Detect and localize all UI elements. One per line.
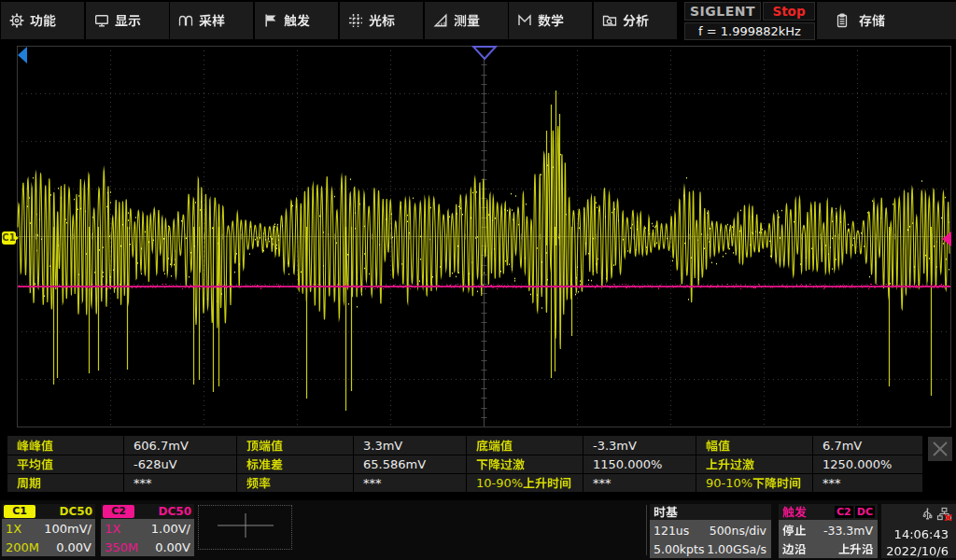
channel1-header: C1 DC50 bbox=[2, 504, 95, 519]
measure-value: *** bbox=[354, 474, 466, 492]
channel2-coupling: DC50 bbox=[159, 505, 191, 518]
display-icon bbox=[94, 13, 109, 28]
gear-icon bbox=[9, 13, 24, 28]
menu-item-display[interactable] bbox=[86, 2, 169, 39]
measure-icon bbox=[433, 13, 448, 28]
menu-item-label bbox=[115, 13, 141, 28]
measure-value: -628uV bbox=[124, 455, 236, 473]
menu-item-label bbox=[454, 13, 480, 28]
menu-item-sampling[interactable] bbox=[170, 2, 253, 39]
brand-logo: SIGLENT bbox=[684, 2, 761, 21]
menu-item-label bbox=[538, 13, 564, 28]
measure-value: 6.7mV bbox=[813, 436, 922, 455]
channel1-bandwidth: 200M bbox=[6, 540, 39, 554]
channel2-status-block[interactable]: C2 DC50 1X 1.00V/ 350M 0.00V bbox=[101, 504, 194, 556]
clock-block: 14:06:43 2022/10/6 bbox=[881, 504, 956, 558]
menu-item-cursor[interactable] bbox=[340, 2, 423, 39]
measure-value: *** bbox=[583, 474, 696, 492]
channel2-attenuation: 1X bbox=[105, 522, 120, 536]
trigger-status bbox=[782, 524, 806, 538]
add-channel-box[interactable] bbox=[198, 505, 292, 550]
channel1-scale: 100mV/ bbox=[44, 522, 91, 536]
bottom-status-bar: C1 DC50 1X 100mV/ 200M 0.00V C2 DC50 bbox=[0, 500, 956, 560]
menu-item-measure[interactable] bbox=[425, 2, 508, 39]
channel1-offset-marker[interactable]: C1 bbox=[2, 231, 16, 245]
sampling-icon bbox=[178, 13, 193, 28]
channel2-header: C2 DC50 bbox=[101, 504, 194, 519]
channel1-coupling: DC50 bbox=[60, 505, 92, 518]
measure-value: *** bbox=[124, 474, 236, 492]
timebase-samplerate: 1.00GSa/s bbox=[707, 542, 766, 556]
menu-item-analysis[interactable] bbox=[594, 2, 677, 39]
trigger-level-arrow-icon[interactable] bbox=[942, 231, 951, 246]
timebase-block[interactable]: 121us 500ns/div 5.00kpts 1.00GSa/s bbox=[650, 504, 771, 558]
channel1-badge[interactable]: C1 bbox=[4, 505, 35, 518]
analysis-icon bbox=[602, 13, 617, 28]
acquisition-status[interactable]: Stop bbox=[763, 2, 815, 21]
menu-item-label bbox=[369, 13, 395, 28]
measure-label: 10-90% bbox=[467, 474, 583, 492]
trigger-body: -33.3mV bbox=[779, 520, 878, 558]
trigger-delay-arrow-icon[interactable] bbox=[18, 47, 27, 63]
trigger-source-badge: C2 bbox=[835, 506, 853, 518]
measure-value: -3.3mV bbox=[583, 436, 696, 455]
menu-item-label bbox=[30, 13, 56, 28]
channel1-offset: 0.00V bbox=[56, 540, 91, 554]
channel1-status-block[interactable]: C1 DC50 1X 100mV/ 200M 0.00V bbox=[2, 504, 95, 556]
measure-label: 90-10% bbox=[696, 474, 812, 492]
channel2-offset: 0.00V bbox=[155, 540, 190, 554]
brand-status-box: SIGLENT Stop f = 1.999882kHz bbox=[684, 2, 815, 39]
clock-time: 14:06:43 bbox=[894, 527, 949, 541]
measure-label bbox=[7, 474, 123, 492]
trigger-block[interactable]: C2 DC -33.3mV bbox=[779, 504, 878, 558]
timebase-scale: 500ns/div bbox=[710, 524, 766, 538]
trigger-coupling-badge: DC bbox=[855, 506, 875, 518]
menu-item-math[interactable] bbox=[509, 2, 592, 39]
measure-label bbox=[237, 455, 353, 473]
measure-label bbox=[237, 474, 353, 492]
trigger-position-marker-icon[interactable] bbox=[471, 46, 498, 61]
menu-item-label bbox=[199, 13, 225, 28]
waveform-canvas bbox=[0, 41, 956, 433]
status-icons bbox=[921, 507, 952, 525]
menu-item-trigger-flag[interactable] bbox=[255, 2, 338, 39]
top-menu-bar: SIGLENT Stop f = 1.999882kHz bbox=[0, 0, 956, 41]
measure-label bbox=[696, 436, 812, 455]
measure-value: *** bbox=[813, 474, 922, 492]
crosshair-icon bbox=[218, 513, 274, 541]
timebase-delay: 121us bbox=[654, 524, 689, 538]
menu-item-gear[interactable] bbox=[1, 2, 84, 39]
measure-label bbox=[7, 436, 123, 455]
measure-value: 1250.000% bbox=[813, 455, 922, 473]
clock-date: 2022/10/6 bbox=[886, 544, 949, 558]
measure-label bbox=[696, 455, 812, 473]
channel2-scale: 1.00V/ bbox=[151, 522, 190, 536]
menu-item-label bbox=[859, 13, 885, 28]
channel1-body: 1X 100mV/ 200M 0.00V bbox=[2, 519, 95, 556]
timebase-body: 121us 500ns/div 5.00kpts 1.00GSa/s bbox=[650, 520, 771, 558]
measure-value: 65.586mV bbox=[354, 455, 466, 473]
channel2-bandwidth: 350M bbox=[105, 540, 138, 554]
channel2-body: 1X 1.00V/ 350M 0.00V bbox=[101, 519, 194, 556]
timebase-header bbox=[650, 504, 771, 520]
cursor-icon bbox=[348, 13, 363, 28]
timebase-memdepth: 5.00kpts bbox=[654, 542, 704, 556]
menu-item-storage[interactable] bbox=[817, 2, 956, 39]
channel1-attenuation: 1X bbox=[6, 522, 21, 536]
waveform-display-area: C1 bbox=[0, 41, 956, 433]
clipboard-icon bbox=[835, 13, 850, 28]
trigger-frequency-readout: f = 1.999882kHz bbox=[684, 22, 815, 40]
measure-label bbox=[467, 455, 583, 473]
channel2-badge[interactable]: C2 bbox=[103, 505, 134, 518]
trigger-flag-icon bbox=[263, 13, 278, 28]
measure-value: 1150.000% bbox=[583, 455, 696, 473]
trigger-type bbox=[782, 542, 806, 556]
measure-value: 3.3mV bbox=[354, 436, 466, 455]
usb-icon bbox=[921, 507, 935, 525]
statusbar-separator bbox=[646, 505, 647, 555]
trigger-badges: C2 DC bbox=[835, 506, 875, 518]
math-icon bbox=[517, 13, 532, 28]
trigger-slope bbox=[838, 542, 874, 556]
measure-close-button[interactable] bbox=[928, 437, 952, 461]
measure-label bbox=[467, 436, 583, 455]
